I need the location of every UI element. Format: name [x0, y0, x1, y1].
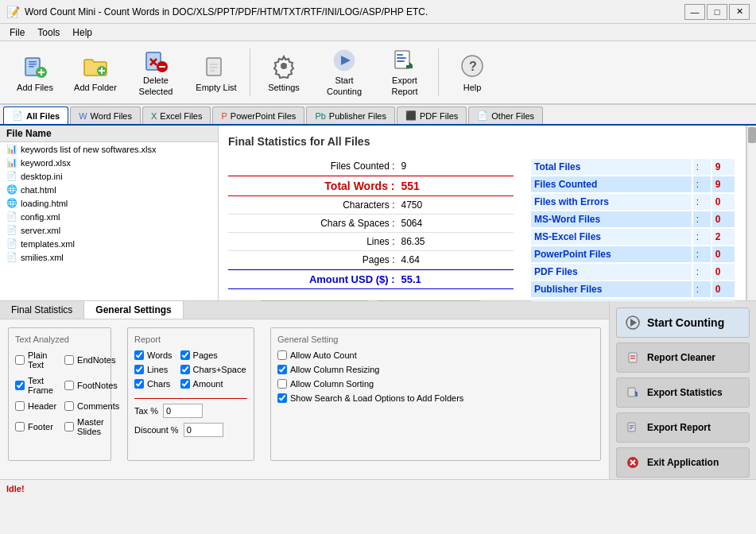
- report-cleaner-icon: [625, 350, 641, 366]
- footnotes-check[interactable]: FootNotes: [64, 376, 119, 395]
- amount-check[interactable]: Amount: [180, 379, 246, 389]
- minimize-button[interactable]: —: [684, 4, 705, 20]
- add-folder-button[interactable]: Add Folder: [67, 44, 124, 100]
- amount-checkbox[interactable]: [180, 379, 190, 389]
- list-item[interactable]: 📊 keywords list of new softwares.xlsx: [0, 142, 218, 156]
- stats-num: 2: [712, 229, 735, 245]
- export-statistics-side-button[interactable]: Export Statistics: [616, 377, 750, 408]
- words-check[interactable]: Words: [134, 350, 173, 360]
- endnotes-check[interactable]: EndNotes: [64, 350, 119, 370]
- list-item[interactable]: 📄 desktop.ini: [0, 169, 218, 183]
- start-counting-button[interactable]: Start Counting: [316, 44, 373, 100]
- list-item[interactable]: 📄 smilies.xml: [0, 250, 218, 264]
- settings-button[interactable]: Settings: [255, 44, 312, 100]
- stats-num: 9: [712, 159, 735, 175]
- stats-key: PDF Files: [531, 264, 692, 280]
- empty-list-button[interactable]: Empty List: [188, 44, 245, 100]
- report-col-2: Pages Chars+Space Amount: [180, 350, 246, 393]
- chars-space-checkbox[interactable]: [180, 365, 190, 374]
- header-check[interactable]: Header: [15, 401, 56, 411]
- help-button[interactable]: ? Help: [444, 44, 501, 100]
- stats-num: 0: [712, 246, 735, 262]
- add-files-button[interactable]: Add Files: [6, 44, 64, 100]
- help-icon: ?: [458, 52, 487, 80]
- list-item[interactable]: 📄 config.xml: [0, 210, 218, 223]
- plain-text-checkbox[interactable]: [15, 355, 25, 365]
- chars-space-check[interactable]: Chars+Space: [180, 365, 246, 374]
- column-sorting-checkbox[interactable]: [277, 379, 287, 389]
- lines-check[interactable]: Lines: [134, 365, 173, 374]
- tab-powerpoint-files[interactable]: P PowerPoint Files: [212, 106, 304, 124]
- tab-all-files[interactable]: 📄 All Files: [3, 106, 68, 124]
- footer-check[interactable]: Footer: [15, 417, 56, 436]
- words-checkbox[interactable]: [134, 350, 144, 360]
- plain-text-check[interactable]: Plain Text: [15, 350, 56, 370]
- bottom-tabs: Final Statistics General Settings: [0, 301, 609, 319]
- file-name: smilies.xml: [21, 253, 64, 262]
- maximize-button[interactable]: □: [707, 4, 727, 20]
- list-item[interactable]: 📄 server.xml: [0, 223, 218, 237]
- tab-final-statistics[interactable]: Final Statistics: [0, 301, 84, 319]
- stats-colon: :: [693, 281, 711, 297]
- menu-file[interactable]: File: [3, 25, 31, 40]
- tab-word-files[interactable]: W Word Files: [70, 106, 141, 124]
- chars-check[interactable]: Chars: [134, 379, 173, 389]
- text-frame-check[interactable]: Text Frame: [15, 376, 56, 395]
- report-cleaner-label: Report Cleaner: [647, 352, 715, 363]
- start-counting-side-button[interactable]: Start Counting: [616, 308, 750, 338]
- list-item[interactable]: 🌐 chat.html: [0, 183, 218, 196]
- auto-count-checkbox[interactable]: [277, 350, 287, 360]
- menu-help[interactable]: Help: [66, 25, 99, 40]
- auto-count-check[interactable]: Allow Auto Count: [277, 350, 594, 360]
- tax-input[interactable]: [163, 404, 203, 418]
- column-sorting-check[interactable]: Allow Column Sorting: [277, 379, 594, 389]
- header-checkbox[interactable]: [15, 401, 25, 411]
- tab-publisher-files[interactable]: Pb Publisher Files: [306, 106, 395, 124]
- tab-general-settings[interactable]: General Settings: [84, 301, 183, 319]
- footer-checkbox[interactable]: [15, 422, 25, 431]
- export-report-toolbar-button[interactable]: Export Report: [376, 44, 433, 100]
- chars-checkbox[interactable]: [134, 379, 144, 389]
- text-frame-checkbox[interactable]: [15, 381, 25, 390]
- tab-pdf-files[interactable]: ⬛ PDF Files: [397, 106, 467, 124]
- column-resizing-checkbox[interactable]: [277, 365, 287, 374]
- stats-label: Amount USD ($) :: [284, 273, 395, 285]
- discount-input[interactable]: [184, 423, 223, 437]
- stats-num: 9: [712, 176, 735, 192]
- svg-rect-35: [630, 427, 634, 428]
- list-item[interactable]: 📊 keyword.xlsx: [0, 156, 218, 169]
- footnotes-checkbox[interactable]: [64, 381, 74, 390]
- lines-checkbox[interactable]: [134, 365, 144, 374]
- show-search-check[interactable]: Show Search & Load Options to Add Folder…: [277, 393, 594, 403]
- delete-selected-button[interactable]: Delete Selected: [127, 44, 184, 100]
- export-report-side-button[interactable]: Export Report: [616, 412, 750, 443]
- list-item[interactable]: 📄 templates.xml: [0, 237, 218, 250]
- comments-checkbox[interactable]: [64, 401, 74, 411]
- footnotes-label: FootNotes: [77, 381, 118, 390]
- export-report-side-label: Export Report: [647, 422, 711, 433]
- comments-check[interactable]: Comments: [64, 401, 119, 411]
- delete-selected-label: Delete Selected: [131, 75, 180, 96]
- pages-check[interactable]: Pages: [180, 350, 246, 360]
- tab-excel-files[interactable]: X Excel Files: [142, 106, 211, 124]
- stats-row-files-counted: Files Counted : 9: [228, 157, 514, 176]
- master-slides-checkbox[interactable]: [64, 422, 74, 431]
- stats-value: 4.64: [395, 254, 459, 265]
- tab-other-files[interactable]: 📄 Other Files: [468, 106, 543, 124]
- show-search-checkbox[interactable]: [277, 393, 287, 403]
- pages-checkbox[interactable]: [180, 350, 190, 360]
- html-icon: 🌐: [6, 198, 17, 208]
- report-cleaner-button[interactable]: Report Cleaner: [616, 342, 750, 373]
- exit-application-button[interactable]: Exit Application: [616, 447, 750, 478]
- column-resizing-check[interactable]: Allow Column Resizing: [277, 365, 594, 374]
- master-slides-check[interactable]: Master Slides: [64, 417, 119, 436]
- menu-tools[interactable]: Tools: [31, 25, 66, 40]
- close-button[interactable]: ✕: [729, 4, 750, 20]
- stats-colon: :: [693, 159, 711, 175]
- file-name: chat.html: [21, 185, 56, 195]
- list-item[interactable]: 🌐 loading.html: [0, 196, 218, 210]
- endnotes-checkbox[interactable]: [64, 355, 74, 365]
- scrollbar[interactable]: [746, 126, 756, 300]
- svg-rect-15: [207, 58, 221, 75]
- stats-key: Publisher Files: [531, 281, 692, 297]
